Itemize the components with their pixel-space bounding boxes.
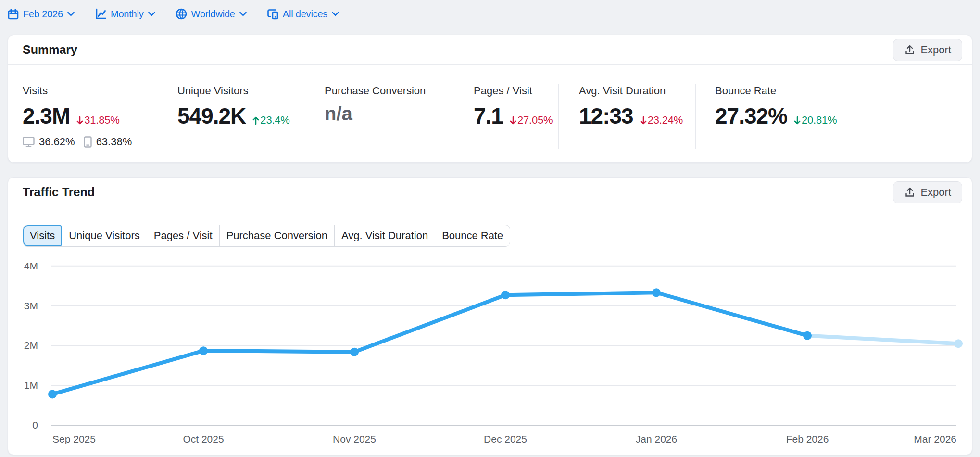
metric-pages-per-visit: Pages / Visit 7.1 27.05%: [454, 84, 559, 149]
delta-arrow-icon: [793, 116, 801, 125]
svg-text:Jan 2026: Jan 2026: [636, 433, 677, 444]
chevron-down-icon: [148, 12, 155, 16]
metric-value: 2.3M: [23, 103, 70, 129]
metric-delta: 31.85%: [76, 114, 119, 127]
globe-icon: [176, 8, 187, 20]
tab-bounce-rate[interactable]: Bounce Rate: [435, 225, 510, 246]
devices-icon: [267, 8, 278, 20]
metric-delta: 23.24%: [640, 114, 683, 127]
svg-text:2M: 2M: [24, 340, 38, 351]
svg-text:Nov 2025: Nov 2025: [333, 433, 376, 444]
svg-text:3M: 3M: [24, 300, 38, 311]
metric-delta: 23.4%: [252, 114, 289, 127]
tab-visits[interactable]: Visits: [23, 225, 62, 246]
metric-label: Pages / Visit: [474, 84, 558, 98]
svg-text:Mar 2026: Mar 2026: [914, 433, 956, 444]
filter-devices[interactable]: All devices: [267, 8, 339, 20]
metric-value: 549.2K: [177, 103, 246, 129]
traffic-trend-body: Visits Unique Visitors Pages / Visit Pur…: [8, 207, 972, 455]
svg-text:0: 0: [32, 419, 38, 431]
tab-purchase-conversion[interactable]: Purchase Conversion: [219, 225, 334, 246]
export-label: Export: [920, 186, 951, 199]
filter-granularity[interactable]: Monthly: [95, 8, 155, 20]
metric-bounce-rate: Bounce Rate 27.32% 20.81%: [696, 84, 957, 149]
calendar-icon: [8, 9, 19, 20]
metric-value: 12:33: [579, 103, 633, 129]
metric-purchase-conversion: Purchase Conversion n/a: [305, 84, 454, 149]
export-icon: [904, 187, 916, 198]
metric-unique-visitors: Unique Visitors 549.2K 23.4%: [158, 84, 305, 149]
traffic-trend-title: Traffic Trend: [23, 185, 95, 199]
mobile-share: 63.38%: [96, 136, 132, 148]
delta-arrow-icon: [252, 116, 260, 125]
metric-label: Visits: [23, 84, 158, 98]
filter-location[interactable]: Worldwide: [176, 8, 247, 20]
mobile-icon: [84, 136, 92, 148]
metric-tabs: Visits Unique Visitors Pages / Visit Pur…: [23, 225, 510, 247]
summary-metrics: Visits 2.3M 31.85% 36.62% 63.38%: [8, 65, 972, 149]
summary-export-button[interactable]: Export: [893, 39, 962, 61]
metric-avg-visit-duration: Avg. Visit Duration 12:33 23.24%: [559, 84, 696, 149]
trend-export-button[interactable]: Export: [893, 181, 962, 203]
filter-bar: Feb 2026 Monthly Worldwide All devices: [0, 0, 980, 25]
metric-visits: Visits 2.3M 31.85% 36.62% 63.38%: [23, 84, 158, 149]
metric-delta: 27.05%: [509, 114, 553, 127]
traffic-trend-chart[interactable]: 01M2M3M4MSep 2025Oct 2025Nov 2025Dec 202…: [8, 247, 972, 455]
traffic-trend-card: Traffic Trend Export Visits Unique Visit…: [8, 177, 972, 455]
tab-avg-visit-duration[interactable]: Avg. Visit Duration: [334, 225, 435, 246]
delta-arrow-icon: [76, 116, 84, 125]
delta-arrow-icon: [640, 116, 647, 125]
svg-text:Dec 2025: Dec 2025: [484, 433, 527, 444]
metric-label: Unique Visitors: [177, 84, 305, 98]
chevron-down-icon: [67, 12, 75, 16]
tab-pages-per-visit[interactable]: Pages / Visit: [147, 225, 219, 246]
export-label: Export: [920, 44, 951, 56]
metric-value: n/a: [325, 103, 352, 125]
desktop-icon: [23, 136, 35, 148]
filter-date[interactable]: Feb 2026: [8, 9, 75, 20]
filter-date-label: Feb 2026: [23, 9, 63, 20]
filter-devices-label: All devices: [283, 9, 327, 20]
export-icon: [904, 44, 916, 56]
summary-header: Summary Export: [8, 35, 972, 65]
svg-text:4M: 4M: [24, 260, 38, 271]
metric-label: Purchase Conversion: [325, 84, 454, 98]
metric-label: Bounce Rate: [715, 84, 957, 98]
filter-location-label: Worldwide: [191, 9, 235, 20]
metric-value: 7.1: [474, 103, 503, 129]
filter-granularity-label: Monthly: [111, 9, 144, 20]
delta-arrow-icon: [509, 116, 517, 125]
metric-label: Avg. Visit Duration: [579, 84, 695, 98]
device-split: 36.62% 63.38%: [23, 136, 158, 148]
chart-line-icon: [95, 8, 106, 20]
svg-text:Oct 2025: Oct 2025: [183, 433, 224, 444]
metric-delta: 20.81%: [793, 114, 837, 127]
metric-value: 27.32%: [715, 103, 787, 129]
chevron-down-icon: [239, 12, 247, 16]
svg-text:1M: 1M: [24, 380, 38, 391]
chevron-down-icon: [332, 12, 339, 16]
summary-card: Summary Export Visits 2.3M 31.85% 36.62: [8, 35, 972, 163]
svg-text:Feb 2026: Feb 2026: [786, 433, 829, 444]
traffic-trend-header: Traffic Trend Export: [8, 178, 972, 207]
desktop-share: 36.62%: [39, 136, 75, 148]
tab-unique-visitors[interactable]: Unique Visitors: [62, 225, 147, 246]
summary-title: Summary: [23, 43, 77, 57]
svg-text:Sep 2025: Sep 2025: [52, 433, 96, 444]
